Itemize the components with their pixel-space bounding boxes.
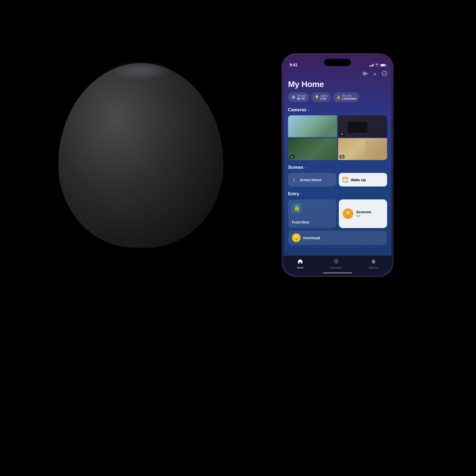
signal-bars-icon [369, 64, 374, 67]
entry-arrow: › [301, 192, 302, 196]
cameras-arrow: › [308, 108, 309, 112]
chip-climate[interactable]: ❄️ Climate 68–72° [288, 92, 309, 102]
svg-point-9 [385, 73, 386, 74]
cameras-label: Cameras [288, 107, 306, 112]
chip-lights[interactable]: 💡 Lights 3 On [311, 92, 331, 102]
iphone-screen: 9:41 [284, 55, 391, 275]
wake-up-button[interactable]: 🌅 Wake Up [339, 173, 387, 187]
svg-rect-4 [366, 73, 367, 74]
camera-cell-1[interactable] [288, 115, 337, 137]
svg-point-8 [384, 73, 385, 74]
homepod-shape [58, 63, 223, 248]
tab-home[interactable]: Home [297, 259, 304, 269]
sconces-name: Sconces [356, 210, 371, 214]
toolbar: + [288, 70, 387, 77]
battery-fill [381, 64, 385, 66]
arrive-home-icon: 🚶 [291, 177, 298, 183]
tab-home-icon [298, 259, 303, 265]
overhead-label: Overhead [303, 236, 320, 240]
more-icon[interactable] [382, 71, 387, 77]
front-door-lock-icon: 🔒 [292, 203, 302, 213]
iphone-outer: 9:41 [282, 53, 393, 277]
svg-rect-3 [366, 72, 366, 75]
scenes-arrow: › [305, 166, 306, 170]
scenes-label: Scenes [288, 165, 303, 170]
front-door-card[interactable]: 🔒 Front Door [288, 199, 336, 228]
scenes-section-header[interactable]: Scenes › [288, 165, 387, 170]
home-indicator [323, 272, 352, 273]
tab-bar: Home Automation [284, 255, 391, 275]
lights-icon: 💡 [315, 95, 319, 99]
cameras-section-header[interactable]: Cameras › [288, 107, 387, 112]
homepod [49, 63, 233, 262]
camera-timestamp-2: 3s [340, 132, 345, 136]
camera-cell-3[interactable]: 1s [288, 138, 337, 160]
arrive-home-button[interactable]: 🚶 Arrive Home [288, 173, 336, 187]
tab-discover-icon [371, 259, 376, 265]
homepod-mesh [58, 63, 223, 248]
home-title: My Home [288, 79, 387, 89]
wifi-icon [375, 63, 379, 67]
camera-cell-4[interactable]: 4s [338, 138, 387, 160]
arrive-home-label: Arrive Home [300, 178, 322, 182]
svg-rect-1 [364, 72, 364, 75]
svg-rect-2 [365, 71, 365, 76]
svg-rect-0 [363, 73, 363, 74]
sconce-bulb-icon: 💡 [345, 211, 351, 217]
battery-icon [380, 64, 386, 67]
homepod-top [109, 61, 172, 80]
security-icon: 🔒 [336, 95, 340, 99]
status-time: 9:41 [289, 63, 298, 68]
wake-up-icon: 🌅 [342, 177, 348, 183]
climate-value: 68–72° [297, 97, 306, 100]
svg-rect-5 [367, 73, 368, 74]
chip-security[interactable]: 🔒 Security 1 Unlocked [333, 92, 360, 102]
tab-discover[interactable]: Discover [369, 259, 378, 269]
overhead-icon: 💡 [292, 233, 301, 242]
lights-label: Lights [320, 94, 327, 97]
app-content: + My Home [284, 70, 391, 275]
wake-up-label: Wake Up [351, 178, 366, 182]
svg-point-11 [335, 261, 337, 262]
iphone: 9:41 [282, 53, 393, 277]
waveform-icon[interactable] [363, 71, 368, 77]
entry-section-header[interactable]: Entry › [288, 191, 387, 196]
camera-timestamp-4: 4s [340, 155, 345, 159]
security-label: Security [342, 94, 356, 97]
add-icon[interactable]: + [373, 71, 376, 77]
overhead-card[interactable]: 💡 Overhead [288, 230, 387, 245]
tab-home-label: Home [297, 266, 304, 269]
sconces-card[interactable]: 💡 Sconces On [339, 199, 387, 228]
svg-marker-14 [371, 259, 376, 264]
svg-point-7 [383, 73, 384, 74]
security-value: 1 Unlocked [342, 97, 356, 100]
overhead-bulb-icon: 💡 [294, 235, 299, 240]
sconces-status: On [356, 214, 371, 218]
camera-grid: 3s 1s 4s [288, 115, 387, 160]
climate-label: Climate [297, 94, 306, 97]
tab-discover-label: Discover [369, 266, 378, 269]
entry-grid: 🔒 Front Door 💡 Sconces On [288, 199, 387, 228]
climate-icon: ❄️ [291, 95, 296, 99]
camera-cell-2[interactable]: 3s [338, 115, 387, 137]
main-scene: 9:41 [0, 0, 476, 476]
sconce-icon: 💡 [343, 208, 353, 219]
tab-automation-label: Automation [330, 266, 342, 269]
entry-label: Entry [288, 191, 299, 196]
camera-timestamp-3: 1s [289, 155, 295, 159]
dynamic-island [324, 59, 351, 66]
tab-automation[interactable]: Automation [330, 259, 342, 269]
front-door-label: Front Door [292, 213, 309, 224]
status-icons [369, 63, 386, 67]
entry-section: Entry › 🔒 Front Door [288, 191, 387, 245]
lights-value: 3 On [320, 97, 327, 100]
scenes-row: 🚶 Arrive Home 🌅 Wake Up [288, 173, 387, 187]
category-chips: ❄️ Climate 68–72° 💡 Lights 3 On [288, 92, 387, 102]
tab-automation-icon [333, 259, 339, 265]
homepod-body [58, 63, 223, 248]
scenes-section: Scenes › 🚶 Arrive Home 🌅 Wake Up [288, 165, 387, 187]
lock-icon: 🔒 [294, 205, 300, 211]
